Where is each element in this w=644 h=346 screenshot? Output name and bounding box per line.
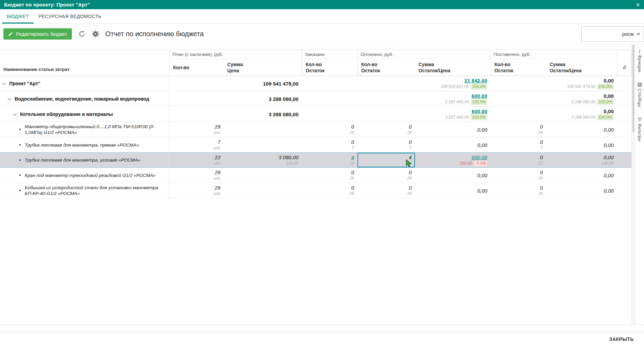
side-tab-filters[interactable]: Фильтры: [637, 117, 642, 141]
cell-plan_sum[interactable]: 3 080,00140,00: [224, 153, 302, 167]
table-row[interactable]: •Манометр общепромышленный 0....1,0 МПа …: [0, 122, 631, 137]
cell-paid_sum[interactable]: 0,00: [415, 168, 491, 183]
cell-delivered_qty[interactable]: 029: [491, 183, 546, 198]
edit-budget-button[interactable]: Редактировать бюджет: [3, 28, 72, 40]
cell-paid_qty[interactable]: 07: [357, 137, 415, 152]
search-input[interactable]: [595, 31, 634, 37]
expand-collapse-icon[interactable]: [13, 112, 17, 116]
cell-delivered_qty[interactable]: [491, 107, 546, 122]
cell-paid_sum[interactable]: 600,003 287 480,00100,0%: [415, 91, 491, 106]
refresh-icon[interactable]: [78, 30, 86, 37]
paid_sum-link[interactable]: 600,00: [472, 108, 487, 115]
ordered_qty-link[interactable]: 4: [351, 154, 354, 161]
cell-name[interactable]: Водоснабжение, водоотведение, пожарный в…: [0, 91, 169, 106]
column-header-delivered_sum[interactable]: СуммаОстаток/Цена: [546, 59, 617, 76]
table-row[interactable]: •Трубка петлевая для манометра, прямая «…: [0, 137, 631, 153]
cell-ordered_qty[interactable]: [302, 107, 357, 122]
cell-plan_qty[interactable]: [169, 107, 224, 122]
cell-ordered_qty[interactable]: [302, 76, 357, 91]
cell-ordered_qty[interactable]: 029: [302, 168, 357, 183]
cell-delivered_sum[interactable]: 0,00: [546, 122, 617, 137]
close-window-icon[interactable]: ×: [636, 1, 640, 8]
column-header-ordered_qty[interactable]: Кол-воОстаток: [302, 59, 357, 76]
cell-plan_sum[interactable]: 3 288 080,00: [224, 91, 302, 106]
cell-delivered_qty[interactable]: 022: [491, 153, 546, 167]
search-box[interactable]: ×: [581, 26, 644, 42]
cell-delivered_sum[interactable]: 0,003 288 080,00100,0%: [546, 91, 617, 106]
clear-search-icon[interactable]: ×: [637, 31, 640, 37]
settings-gear-icon[interactable]: [92, 30, 99, 37]
paid_sum-link[interactable]: 600,00: [472, 154, 487, 161]
table-row[interactable]: Котельное оборудование и материалы3 288 …: [0, 107, 631, 122]
cell-paid_qty[interactable]: [357, 107, 415, 122]
cell-plan_qty[interactable]: [169, 91, 224, 106]
table-row[interactable]: Проект "Арт"109 541 479,0021 842,00109 5…: [0, 76, 631, 91]
cell-plan_qty[interactable]: 7шт: [169, 137, 224, 152]
cell-delivered_sum[interactable]: 0,003 288 080,00100,0%: [546, 107, 617, 122]
paid_sum-link[interactable]: 21 842,00: [464, 77, 487, 84]
cell-paid_qty[interactable]: [357, 76, 415, 91]
vertical-scrollbar[interactable]: [631, 44, 635, 324]
close-dialog-button[interactable]: ЗАКРЫТЬ: [609, 336, 634, 342]
scrollbar-thumb[interactable]: [632, 45, 634, 132]
cell-plan_sum[interactable]: [224, 168, 302, 183]
cell-plan_qty[interactable]: [169, 76, 224, 91]
cell-ordered_qty[interactable]: 07: [302, 137, 357, 152]
cell-plan_sum[interactable]: 109 541 479,00: [224, 76, 302, 91]
cell-name[interactable]: Проект "Арт": [0, 76, 169, 91]
cell-plan_sum[interactable]: 3 288 080,00: [224, 107, 302, 122]
cell-ordered_qty[interactable]: 029: [302, 122, 357, 137]
side-tab-columns[interactable]: Столбцы: [637, 82, 642, 107]
column-header-plan_qty[interactable]: Кол-во: [169, 59, 224, 76]
cell-delivered_qty[interactable]: 029: [491, 122, 546, 137]
expand-collapse-icon[interactable]: [2, 81, 6, 85]
cell-delivered_sum[interactable]: 0,00140,00: [546, 153, 617, 167]
cell-delivered_qty[interactable]: 07: [491, 137, 546, 152]
table-row[interactable]: Водоснабжение, водоотведение, пожарный в…: [0, 91, 631, 107]
table-row[interactable]: •Бобышка из углеродистой стали для устан…: [0, 183, 631, 198]
cell-paid_sum[interactable]: 21 842,00109 519 637,00100,0%: [415, 76, 491, 91]
cell-ordered_qty[interactable]: 029: [302, 183, 357, 198]
cell-plan_qty[interactable]: 29шт: [169, 168, 224, 183]
cell-name[interactable]: •Трубка петлевая для манометра, угловая …: [0, 153, 169, 167]
column-header-clip[interactable]: [617, 59, 631, 76]
cell-paid_qty[interactable]: 029: [357, 122, 415, 137]
cell-paid_sum[interactable]: 600,003 287 480,00100,0%: [415, 107, 491, 122]
cell-name[interactable]: •Манометр общепромышленный 0....1,0 МПа …: [0, 122, 169, 137]
cell-plan_sum[interactable]: [224, 137, 302, 152]
cell-name[interactable]: •Кран под манометр трехходовой резьбовой…: [0, 168, 169, 183]
cell-name[interactable]: Котельное оборудование и материалы: [0, 107, 169, 122]
cell-paid_qty[interactable]: 029: [357, 183, 415, 198]
cell-plan_sum[interactable]: [224, 122, 302, 137]
cell-ordered_qty[interactable]: 418: [302, 153, 357, 167]
expand-collapse-icon[interactable]: [7, 96, 11, 100]
side-tab-functions[interactable]: ƒ Функции: [637, 49, 642, 72]
tab-budget[interactable]: БЮДЖЕТ: [2, 9, 34, 24]
cell-paid_qty[interactable]: 029: [357, 168, 415, 183]
column-header-paid_qty[interactable]: Кол-воОстаток: [357, 59, 415, 76]
cell-paid_sum[interactable]: 600,00150,00-7,1%: [415, 153, 491, 167]
cell-delivered_sum[interactable]: 0,00: [546, 137, 617, 152]
cell-paid_qty[interactable]: [357, 91, 415, 106]
paid_sum-link[interactable]: 600,00: [472, 93, 487, 99]
column-header-name[interactable]: Наименование статьи затрат: [0, 59, 169, 76]
cell-plan_qty[interactable]: 29шт: [169, 122, 224, 137]
cell-paid_sum[interactable]: 0,00: [415, 183, 491, 198]
column-header-delivered_qty[interactable]: Кол-воОстаток: [491, 59, 546, 76]
cell-delivered_sum[interactable]: 0,00: [546, 183, 617, 198]
cell-delivered_qty[interactable]: 029: [491, 168, 546, 183]
cell-paid_sum[interactable]: 0,00: [415, 137, 491, 152]
cell-delivered_sum[interactable]: 0,00109 541 479,00100,0%: [546, 76, 617, 91]
column-header-paid_sum[interactable]: СуммаОстаток/Цена: [415, 59, 491, 76]
cell-paid_sum[interactable]: 0,00: [415, 122, 491, 137]
cell-plan_qty[interactable]: 22шт: [169, 153, 224, 167]
tab-resource-sheet[interactable]: РЕСУРСНАЯ ВЕДОМОСТЬ: [34, 9, 106, 24]
cell-ordered_qty[interactable]: [302, 91, 357, 106]
table-row[interactable]: •Кран под манометр трехходовой резьбовой…: [0, 168, 631, 183]
cell-name[interactable]: •Трубка петлевая для манометра, прямая «…: [0, 137, 169, 152]
cell-delivered_qty[interactable]: [491, 91, 546, 106]
column-header-plan_sum[interactable]: СуммаЦена: [224, 59, 302, 76]
cell-plan_qty[interactable]: 29шт: [169, 183, 224, 198]
cell-name[interactable]: •Бобышка из углеродистой стали для устан…: [0, 183, 169, 198]
cell-paid_qty[interactable]: 418: [357, 153, 415, 167]
